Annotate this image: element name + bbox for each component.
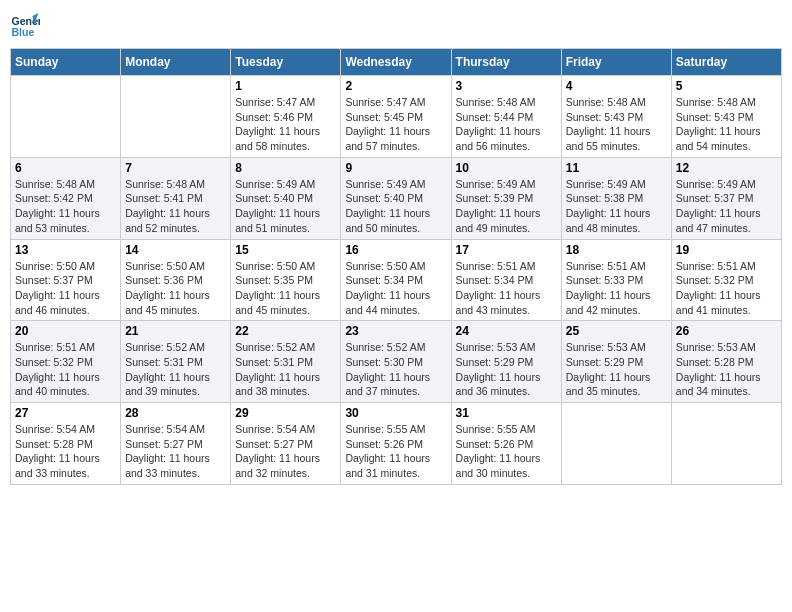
calendar-table: SundayMondayTuesdayWednesdayThursdayFrid… xyxy=(10,48,782,485)
day-info: Sunrise: 5:52 AM Sunset: 5:30 PM Dayligh… xyxy=(345,340,446,399)
calendar-cell xyxy=(11,76,121,158)
day-number: 15 xyxy=(235,243,336,257)
calendar-cell: 17Sunrise: 5:51 AM Sunset: 5:34 PM Dayli… xyxy=(451,239,561,321)
day-number: 21 xyxy=(125,324,226,338)
day-number: 23 xyxy=(345,324,446,338)
day-number: 22 xyxy=(235,324,336,338)
day-number: 13 xyxy=(15,243,116,257)
day-info: Sunrise: 5:50 AM Sunset: 5:37 PM Dayligh… xyxy=(15,259,116,318)
day-info: Sunrise: 5:53 AM Sunset: 5:29 PM Dayligh… xyxy=(566,340,667,399)
weekday-header: Monday xyxy=(121,49,231,76)
calendar-cell: 19Sunrise: 5:51 AM Sunset: 5:32 PM Dayli… xyxy=(671,239,781,321)
weekday-header: Tuesday xyxy=(231,49,341,76)
day-number: 8 xyxy=(235,161,336,175)
svg-text:Blue: Blue xyxy=(12,26,35,38)
weekday-header: Sunday xyxy=(11,49,121,76)
calendar-cell: 12Sunrise: 5:49 AM Sunset: 5:37 PM Dayli… xyxy=(671,157,781,239)
calendar-cell xyxy=(121,76,231,158)
calendar-cell: 10Sunrise: 5:49 AM Sunset: 5:39 PM Dayli… xyxy=(451,157,561,239)
calendar-cell xyxy=(561,403,671,485)
day-info: Sunrise: 5:51 AM Sunset: 5:32 PM Dayligh… xyxy=(15,340,116,399)
calendar-week-row: 27Sunrise: 5:54 AM Sunset: 5:28 PM Dayli… xyxy=(11,403,782,485)
day-info: Sunrise: 5:52 AM Sunset: 5:31 PM Dayligh… xyxy=(125,340,226,399)
calendar-week-row: 20Sunrise: 5:51 AM Sunset: 5:32 PM Dayli… xyxy=(11,321,782,403)
calendar-cell: 16Sunrise: 5:50 AM Sunset: 5:34 PM Dayli… xyxy=(341,239,451,321)
logo: General Blue xyxy=(10,10,44,40)
day-info: Sunrise: 5:53 AM Sunset: 5:28 PM Dayligh… xyxy=(676,340,777,399)
day-info: Sunrise: 5:49 AM Sunset: 5:37 PM Dayligh… xyxy=(676,177,777,236)
day-number: 9 xyxy=(345,161,446,175)
day-number: 3 xyxy=(456,79,557,93)
calendar-cell: 13Sunrise: 5:50 AM Sunset: 5:37 PM Dayli… xyxy=(11,239,121,321)
day-info: Sunrise: 5:51 AM Sunset: 5:33 PM Dayligh… xyxy=(566,259,667,318)
day-number: 17 xyxy=(456,243,557,257)
day-info: Sunrise: 5:50 AM Sunset: 5:36 PM Dayligh… xyxy=(125,259,226,318)
day-info: Sunrise: 5:47 AM Sunset: 5:45 PM Dayligh… xyxy=(345,95,446,154)
calendar-cell: 30Sunrise: 5:55 AM Sunset: 5:26 PM Dayli… xyxy=(341,403,451,485)
day-info: Sunrise: 5:48 AM Sunset: 5:42 PM Dayligh… xyxy=(15,177,116,236)
calendar-cell: 21Sunrise: 5:52 AM Sunset: 5:31 PM Dayli… xyxy=(121,321,231,403)
calendar-cell: 3Sunrise: 5:48 AM Sunset: 5:44 PM Daylig… xyxy=(451,76,561,158)
day-info: Sunrise: 5:47 AM Sunset: 5:46 PM Dayligh… xyxy=(235,95,336,154)
day-info: Sunrise: 5:54 AM Sunset: 5:28 PM Dayligh… xyxy=(15,422,116,481)
calendar-cell: 20Sunrise: 5:51 AM Sunset: 5:32 PM Dayli… xyxy=(11,321,121,403)
calendar-cell: 4Sunrise: 5:48 AM Sunset: 5:43 PM Daylig… xyxy=(561,76,671,158)
day-number: 1 xyxy=(235,79,336,93)
weekday-header: Wednesday xyxy=(341,49,451,76)
day-info: Sunrise: 5:52 AM Sunset: 5:31 PM Dayligh… xyxy=(235,340,336,399)
day-info: Sunrise: 5:49 AM Sunset: 5:40 PM Dayligh… xyxy=(345,177,446,236)
day-number: 29 xyxy=(235,406,336,420)
calendar-cell: 27Sunrise: 5:54 AM Sunset: 5:28 PM Dayli… xyxy=(11,403,121,485)
day-info: Sunrise: 5:55 AM Sunset: 5:26 PM Dayligh… xyxy=(345,422,446,481)
calendar-week-row: 6Sunrise: 5:48 AM Sunset: 5:42 PM Daylig… xyxy=(11,157,782,239)
day-info: Sunrise: 5:50 AM Sunset: 5:34 PM Dayligh… xyxy=(345,259,446,318)
calendar-cell: 14Sunrise: 5:50 AM Sunset: 5:36 PM Dayli… xyxy=(121,239,231,321)
day-info: Sunrise: 5:53 AM Sunset: 5:29 PM Dayligh… xyxy=(456,340,557,399)
day-number: 4 xyxy=(566,79,667,93)
logo-icon: General Blue xyxy=(10,10,40,40)
calendar-cell: 31Sunrise: 5:55 AM Sunset: 5:26 PM Dayli… xyxy=(451,403,561,485)
day-number: 27 xyxy=(15,406,116,420)
calendar-cell: 22Sunrise: 5:52 AM Sunset: 5:31 PM Dayli… xyxy=(231,321,341,403)
calendar-cell: 11Sunrise: 5:49 AM Sunset: 5:38 PM Dayli… xyxy=(561,157,671,239)
day-number: 20 xyxy=(15,324,116,338)
day-number: 19 xyxy=(676,243,777,257)
calendar-cell: 2Sunrise: 5:47 AM Sunset: 5:45 PM Daylig… xyxy=(341,76,451,158)
day-number: 7 xyxy=(125,161,226,175)
day-info: Sunrise: 5:48 AM Sunset: 5:41 PM Dayligh… xyxy=(125,177,226,236)
calendar-cell: 1Sunrise: 5:47 AM Sunset: 5:46 PM Daylig… xyxy=(231,76,341,158)
day-number: 16 xyxy=(345,243,446,257)
day-number: 14 xyxy=(125,243,226,257)
calendar-cell: 23Sunrise: 5:52 AM Sunset: 5:30 PM Dayli… xyxy=(341,321,451,403)
calendar-header-row: SundayMondayTuesdayWednesdayThursdayFrid… xyxy=(11,49,782,76)
calendar-cell: 25Sunrise: 5:53 AM Sunset: 5:29 PM Dayli… xyxy=(561,321,671,403)
day-number: 10 xyxy=(456,161,557,175)
day-info: Sunrise: 5:55 AM Sunset: 5:26 PM Dayligh… xyxy=(456,422,557,481)
day-info: Sunrise: 5:49 AM Sunset: 5:39 PM Dayligh… xyxy=(456,177,557,236)
day-info: Sunrise: 5:48 AM Sunset: 5:43 PM Dayligh… xyxy=(566,95,667,154)
day-info: Sunrise: 5:48 AM Sunset: 5:44 PM Dayligh… xyxy=(456,95,557,154)
day-number: 28 xyxy=(125,406,226,420)
calendar-cell: 28Sunrise: 5:54 AM Sunset: 5:27 PM Dayli… xyxy=(121,403,231,485)
day-info: Sunrise: 5:49 AM Sunset: 5:38 PM Dayligh… xyxy=(566,177,667,236)
calendar-cell: 26Sunrise: 5:53 AM Sunset: 5:28 PM Dayli… xyxy=(671,321,781,403)
weekday-header: Saturday xyxy=(671,49,781,76)
weekday-header: Thursday xyxy=(451,49,561,76)
day-info: Sunrise: 5:48 AM Sunset: 5:43 PM Dayligh… xyxy=(676,95,777,154)
calendar-cell xyxy=(671,403,781,485)
day-number: 18 xyxy=(566,243,667,257)
day-info: Sunrise: 5:50 AM Sunset: 5:35 PM Dayligh… xyxy=(235,259,336,318)
day-number: 2 xyxy=(345,79,446,93)
day-info: Sunrise: 5:51 AM Sunset: 5:32 PM Dayligh… xyxy=(676,259,777,318)
day-info: Sunrise: 5:49 AM Sunset: 5:40 PM Dayligh… xyxy=(235,177,336,236)
page-header: General Blue xyxy=(10,10,782,40)
day-number: 31 xyxy=(456,406,557,420)
calendar-week-row: 13Sunrise: 5:50 AM Sunset: 5:37 PM Dayli… xyxy=(11,239,782,321)
day-number: 26 xyxy=(676,324,777,338)
calendar-week-row: 1Sunrise: 5:47 AM Sunset: 5:46 PM Daylig… xyxy=(11,76,782,158)
day-number: 5 xyxy=(676,79,777,93)
day-info: Sunrise: 5:54 AM Sunset: 5:27 PM Dayligh… xyxy=(235,422,336,481)
calendar-cell: 5Sunrise: 5:48 AM Sunset: 5:43 PM Daylig… xyxy=(671,76,781,158)
day-info: Sunrise: 5:51 AM Sunset: 5:34 PM Dayligh… xyxy=(456,259,557,318)
calendar-cell: 24Sunrise: 5:53 AM Sunset: 5:29 PM Dayli… xyxy=(451,321,561,403)
